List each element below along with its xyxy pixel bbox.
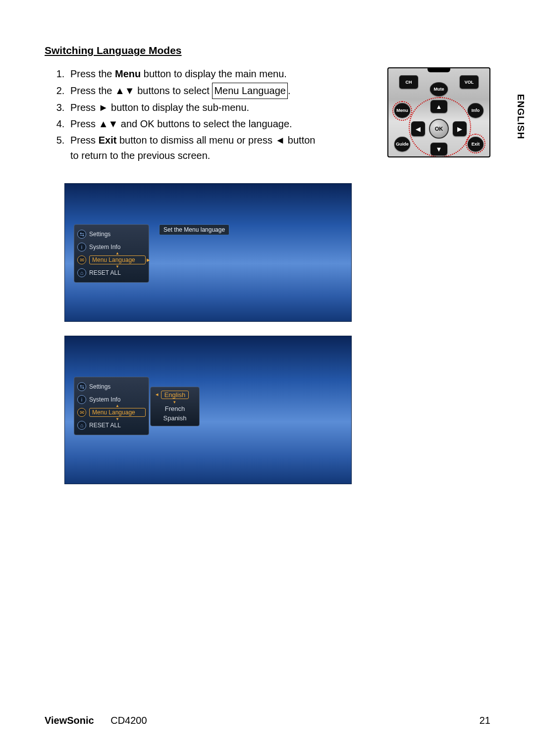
ch-button: CH — [399, 75, 418, 89]
footer-brand: ViewSonic — [45, 715, 94, 726]
right-indicator-icon: ▶ — [147, 257, 150, 262]
settings-icon: ⇆ — [77, 382, 86, 391]
osd2-menu-panel: ⇆ Settings i System Info ✉ Menu Language… — [74, 377, 149, 435]
remote-illustration: CH VOL Mute Menu Info Guide Exit ▲ ▼ ◀ ▶… — [387, 67, 490, 157]
info-button: Info — [468, 103, 483, 118]
step-2: Press the ▲▼ buttons to select Menu Lang… — [67, 83, 322, 99]
osd2-item-settings: ⇆ Settings — [76, 380, 147, 393]
osd1-item-system-info: i System Info — [76, 241, 147, 253]
osd2-item-system-info: i System Info — [76, 393, 147, 406]
osd1-menu-panel: ⇆ Settings i System Info ✉ Menu Language… — [74, 224, 149, 283]
footer-page: 21 — [480, 715, 490, 726]
osd1-label: System Info — [89, 244, 120, 251]
osd1-label-selected: Menu Language ▶ — [89, 255, 146, 264]
settings-icon: ⇆ — [77, 230, 86, 239]
step-4: Press ▲▼ and OK buttons to select the la… — [67, 116, 322, 132]
language-icon: ✉ — [77, 408, 86, 417]
last-button — [428, 67, 450, 72]
osd1-label: Settings — [89, 231, 110, 238]
osd-screenshot-2: ⇆ Settings i System Info ✉ Menu Language… — [64, 336, 352, 484]
footer-model: CD4200 — [110, 715, 147, 726]
osd2-language-submenu: English French Spanish — [150, 387, 200, 426]
step-1: Press the Menu button to display the mai… — [67, 66, 322, 82]
osd1-item-settings: ⇆ Settings — [76, 228, 147, 241]
instruction-steps: Press the Menu button to display the mai… — [45, 66, 322, 163]
highlight-menu-icon — [392, 101, 412, 121]
highlight-nav-icon — [409, 97, 471, 157]
reset-icon: ⌂ — [77, 421, 86, 430]
osd2-label-selected: Menu Language — [89, 408, 146, 417]
step-5: Press Exit button to dismiss all menu or… — [67, 133, 322, 163]
language-tab: ENGLISH — [515, 94, 526, 139]
osd1-item-menu-language: ✉ Menu Language ▶ — [76, 253, 147, 266]
highlight-exit-icon — [466, 134, 485, 153]
osd2-item-menu-language: ✉ Menu Language — [76, 406, 147, 419]
osd1-item-reset-all: ⌂ RESET ALL — [76, 266, 147, 279]
language-option-english: English — [161, 391, 189, 399]
info-icon: i — [77, 243, 86, 252]
footer: ViewSonic CD4200 21 — [45, 715, 490, 726]
reset-icon: ⌂ — [77, 268, 86, 277]
section-title: Switching Language Modes — [45, 45, 490, 56]
osd2-label: System Info — [89, 396, 120, 403]
language-option-spanish: Spanish — [151, 413, 199, 423]
language-option-french: French — [151, 404, 199, 413]
osd1-hint: Set the Menu language — [159, 224, 229, 235]
osd-screenshot-1: ⇆ Settings i System Info ✉ Menu Language… — [64, 183, 352, 322]
mute-button: Mute — [430, 82, 448, 96]
osd2-label: Settings — [89, 383, 110, 390]
vol-button: VOL — [460, 75, 479, 89]
guide-button: Guide — [394, 137, 410, 151]
language-icon: ✉ — [77, 255, 86, 264]
step-3: Press ► button to display the sub-menu. — [67, 100, 322, 115]
osd1-label: RESET ALL — [89, 269, 121, 276]
info-icon: i — [77, 395, 86, 404]
osd2-label: RESET ALL — [89, 422, 121, 429]
osd2-item-reset-all: ⌂ RESET ALL — [76, 419, 147, 432]
menu-language-box: Menu Language — [212, 83, 288, 99]
